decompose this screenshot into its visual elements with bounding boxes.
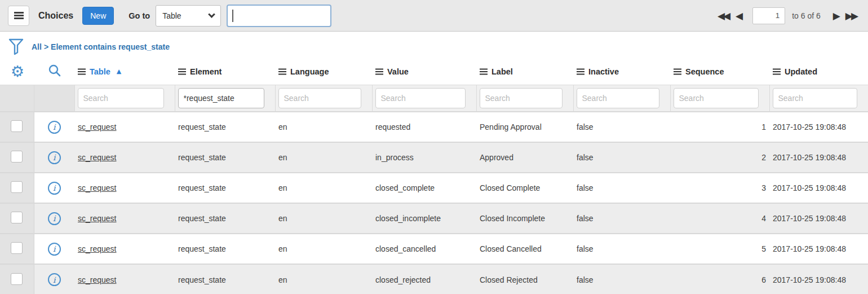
gear-icon: ⚙ <box>11 64 24 79</box>
cell-sequence: 1 <box>670 112 769 142</box>
breadcrumb-condition-link[interactable]: Element contains request_state <box>51 42 170 51</box>
info-icon[interactable]: i <box>48 151 61 164</box>
row-checkbox[interactable] <box>11 181 23 193</box>
record-link[interactable]: sc_request <box>78 214 116 223</box>
current-row-input[interactable] <box>752 7 785 24</box>
cell-inactive: false <box>573 203 670 234</box>
new-button[interactable]: New <box>82 7 114 25</box>
record-link[interactable]: sc_request <box>78 183 116 192</box>
column-label: Inactive <box>588 67 619 76</box>
list-search-button[interactable] <box>48 64 61 77</box>
first-page-icon: ◀◀ <box>718 10 729 21</box>
row-checkbox[interactable] <box>11 120 23 132</box>
magnifier-icon <box>48 64 61 77</box>
goto-search-input[interactable] <box>227 5 331 27</box>
row-checkbox[interactable] <box>11 151 23 163</box>
cell-element: request_state <box>175 264 275 294</box>
hamburger-icon <box>14 15 24 16</box>
cell-value: closed_incomplete <box>372 203 476 234</box>
table-row: i sc_request request_state en closed_com… <box>0 173 868 203</box>
cell-label: Approved <box>476 142 573 173</box>
cell-language: en <box>275 173 372 203</box>
column-header-element[interactable]: Element <box>178 67 273 76</box>
next-page-button[interactable]: ▶ <box>830 8 842 24</box>
info-icon[interactable]: i <box>48 212 61 225</box>
column-label: Label <box>491 67 513 76</box>
next-page-icon: ▶ <box>833 10 839 21</box>
search-input-sequence[interactable] <box>674 88 759 108</box>
cell-label: Pending Approval <box>476 112 573 142</box>
info-icon[interactable]: i <box>48 182 61 195</box>
search-input-element[interactable] <box>178 88 264 108</box>
previous-page-button[interactable]: ◀ <box>732 8 745 24</box>
cell-inactive: false <box>573 142 670 173</box>
last-page-icon: ▶▶ <box>845 10 857 21</box>
column-label: Sequence <box>685 67 724 76</box>
column-header-sequence[interactable]: Sequence <box>674 67 767 76</box>
search-input-language[interactable] <box>278 88 361 108</box>
first-page-button[interactable]: ◀◀ <box>714 8 732 24</box>
cell-label: Closed Cancelled <box>476 234 573 264</box>
breadcrumb-row: All>Element contains request_state <box>0 32 868 59</box>
record-link[interactable]: sc_request <box>78 122 116 131</box>
column-header-value[interactable]: Value <box>375 67 474 76</box>
cell-language: en <box>275 203 372 234</box>
list-context-menu-button[interactable] <box>8 6 29 26</box>
info-icon[interactable]: i <box>48 243 61 256</box>
cell-inactive: false <box>573 173 670 203</box>
row-checkbox[interactable] <box>11 242 23 254</box>
cell-element: request_state <box>175 112 275 142</box>
cell-sequence: 2 <box>670 142 769 173</box>
record-link[interactable]: sc_request <box>78 244 116 253</box>
cell-label: Closed Incomplete <box>476 203 573 234</box>
info-icon[interactable]: i <box>48 273 61 286</box>
cell-sequence: 5 <box>670 234 769 264</box>
search-input-inactive[interactable] <box>577 88 659 108</box>
column-header-table[interactable]: Table ▲ <box>78 67 172 76</box>
table-row: i sc_request request_state en closed_can… <box>0 234 868 264</box>
cell-language: en <box>275 234 372 264</box>
cell-updated: 2017-10-25 19:08:48 <box>769 142 868 173</box>
column-label: Element <box>190 67 222 76</box>
cell-element: request_state <box>175 142 275 173</box>
column-label: Table <box>90 67 110 76</box>
info-icon[interactable]: i <box>48 121 61 134</box>
sort-ascending-icon: ▲ <box>117 68 121 75</box>
cell-updated: 2017-10-25 19:08:48 <box>769 112 868 142</box>
cell-element: request_state <box>175 203 275 234</box>
column-menu-icon <box>480 71 488 73</box>
search-input-value[interactable] <box>375 88 466 108</box>
column-label: Language <box>290 67 329 76</box>
column-header-label[interactable]: Label <box>480 67 571 76</box>
column-header-updated[interactable]: Updated <box>773 67 866 76</box>
record-link[interactable]: sc_request <box>78 275 116 284</box>
search-input-table[interactable] <box>78 88 164 108</box>
cell-element: request_state <box>175 173 275 203</box>
personalize-list-button[interactable]: ⚙ <box>11 64 24 79</box>
record-link[interactable]: sc_request <box>78 153 116 162</box>
choices-list-table: ⚙ Table ▲ <box>0 59 868 294</box>
cell-language: en <box>275 142 372 173</box>
cell-updated: 2017-10-25 19:08:48 <box>769 234 868 264</box>
goto-input-wrap <box>227 5 331 27</box>
column-header-language[interactable]: Language <box>278 67 370 76</box>
search-input-updated[interactable] <box>773 88 857 108</box>
cell-value: closed_rejected <box>372 264 476 294</box>
column-label: Updated <box>785 67 817 76</box>
cell-value: in_process <box>372 142 476 173</box>
row-checkbox[interactable] <box>11 212 23 223</box>
last-page-button[interactable]: ▶▶ <box>842 8 860 24</box>
column-menu-icon <box>577 71 584 73</box>
goto-column-select[interactable]: Table <box>156 5 221 27</box>
table-row: i sc_request request_state en in_process… <box>0 142 868 173</box>
cell-sequence: 3 <box>670 173 769 203</box>
pagination-range-label: to 6 of 6 <box>792 11 821 20</box>
search-input-label[interactable] <box>480 88 563 108</box>
row-checkbox[interactable] <box>11 273 23 285</box>
table-row: i sc_request request_state en closed_rej… <box>0 264 868 294</box>
filter-toggle-button[interactable] <box>0 38 32 55</box>
table-row: i sc_request request_state en requested … <box>0 112 868 142</box>
column-header-inactive[interactable]: Inactive <box>577 67 668 76</box>
breadcrumb-all-link[interactable]: All <box>32 42 42 51</box>
column-menu-icon <box>773 71 781 73</box>
